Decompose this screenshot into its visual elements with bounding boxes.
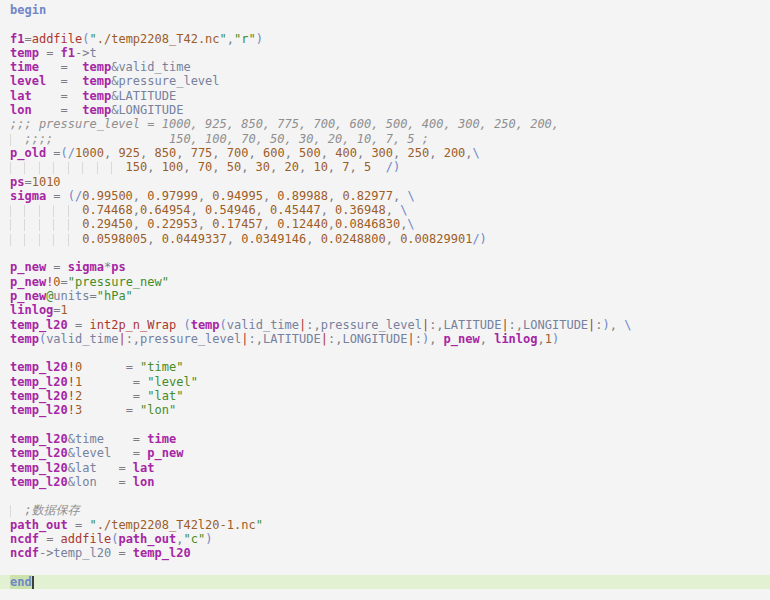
code-token: valid_time (227, 318, 299, 332)
code-token: , (140, 146, 154, 160)
code-token: ps (10, 175, 24, 189)
code-token: 850 (155, 146, 177, 160)
code-token: /) (472, 232, 486, 246)
code-token: lon (133, 475, 155, 489)
code-token: 0.22953 (147, 217, 198, 231)
indent-guide (10, 162, 24, 174)
code-token: = (46, 146, 60, 160)
code-line: temp_l20&time = time (10, 432, 770, 446)
code-line: ps=1010 (10, 175, 770, 189)
code-token: = (126, 403, 140, 417)
code-token: temp (82, 60, 111, 74)
code-token: = (133, 446, 147, 460)
code-token: = (32, 89, 83, 103)
code-token: | (407, 332, 414, 346)
code-token: , (241, 160, 255, 174)
code-token: ;;; pressure_level = 1000, 925, 850, 775… (10, 117, 559, 131)
code-token: 1000 (75, 146, 104, 160)
code-token: | (321, 332, 328, 346)
code-line: p_new!0="pressure_new" (10, 275, 770, 289)
indent-guide (24, 219, 38, 231)
code-token: = (24, 32, 31, 46)
code-token: , (350, 160, 364, 174)
code-token: ) (552, 332, 559, 346)
code-token (104, 432, 133, 446)
code-token: LONGITUDE (342, 332, 407, 346)
code-token: 0.45447 (270, 203, 321, 217)
code-token: "pressure_new" (68, 275, 169, 289)
code-line: 0.0598005, 0.0449337, 0.0349146, 0.02488… (10, 232, 770, 246)
code-token: = (133, 389, 147, 403)
code-token: path_out (10, 518, 68, 532)
code-token: linlog (494, 332, 537, 346)
indent-guide (68, 219, 82, 231)
code-token: = (126, 360, 140, 374)
code-line: time = temp&valid_time (10, 60, 770, 74)
code-token: | (118, 332, 125, 346)
indent-guide (10, 219, 24, 231)
code-line: linlog=1 (10, 303, 770, 317)
code-token: temp_l20 (10, 375, 68, 389)
code-token: , (133, 189, 147, 203)
code-token: , (480, 332, 494, 346)
code-token: (/ (68, 189, 82, 203)
code-token: , (328, 189, 342, 203)
code-token (82, 403, 125, 417)
code-token: level (10, 74, 46, 88)
code-line (10, 489, 770, 503)
code-token: p_new (147, 446, 183, 460)
code-token: = (118, 461, 132, 475)
code-token: = (89, 289, 96, 303)
code-token: 925 (118, 146, 140, 160)
code-token: , (263, 189, 277, 203)
code-token: temp (82, 103, 111, 117)
code-token: temp_l20 (10, 461, 68, 475)
code-token: &LATITUDE (111, 89, 176, 103)
code-token: ps (111, 260, 125, 274)
code-token: = (53, 303, 60, 317)
code-token: 500 (299, 146, 321, 160)
code-token: (/ (61, 146, 75, 160)
code-token: 250 (408, 146, 430, 160)
code-token: = (32, 103, 83, 117)
indent-guide (68, 162, 82, 174)
code-token: temp (191, 318, 220, 332)
code-token: , (538, 332, 545, 346)
code-line: temp_l20!2 = "lat" (10, 389, 770, 403)
code-token: &valid_time (111, 60, 190, 74)
code-token: " (220, 32, 227, 46)
code-token: sigma (10, 189, 46, 203)
code-token: 70 (198, 160, 212, 174)
code-token: , (321, 203, 335, 217)
code-token: path_out (118, 532, 176, 546)
code-token: = (133, 375, 147, 389)
code-token: units (53, 289, 89, 303)
code-token: p_new (10, 275, 46, 289)
code-token: -> (39, 546, 53, 560)
code-token: , (198, 189, 212, 203)
code-token: "lat" (147, 389, 183, 403)
code-token: 0.64954 (140, 203, 191, 217)
code-token: ./temp2208_T42.nc (97, 32, 220, 46)
code-token: 0.82977 (342, 189, 393, 203)
code-token: \ (407, 189, 414, 203)
code-token: , (285, 146, 299, 160)
code-line: lat = temp&LATITUDE (10, 89, 770, 103)
indent-guide (68, 205, 82, 217)
code-token: , (393, 146, 407, 160)
code-token: = (46, 260, 68, 274)
code-token: 0.29450 (82, 217, 133, 231)
code-token: = (61, 275, 68, 289)
code-token: "c" (183, 532, 205, 546)
code-token: , (386, 232, 400, 246)
code-token: addfile (32, 32, 83, 46)
code-token: 0.0248800 (321, 232, 386, 246)
code-token: ncdf (10, 546, 39, 560)
code-editor[interactable]: beginf1=addfile("./temp2208_T42.nc","r")… (0, 0, 770, 600)
code-token: 0.0449337 (162, 232, 227, 246)
code-line: 0.74468,0.64954, 0.54946, 0.45447, 0.369… (10, 203, 770, 217)
code-token: int2p_n_Wrap (89, 318, 176, 332)
code-token: , (393, 189, 407, 203)
code-token: addfile (61, 532, 112, 546)
code-token: , (198, 217, 212, 231)
